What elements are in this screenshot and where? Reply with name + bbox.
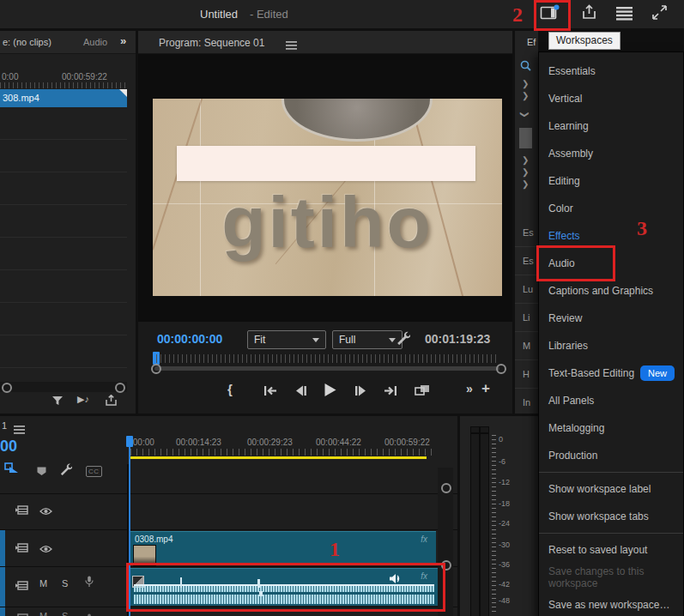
mini-ruler-ticks[interactable] [0, 82, 127, 88]
timeline-playhead-line[interactable] [129, 447, 130, 616]
tab-truncated[interactable]: Es [515, 247, 538, 275]
panel-menu-icon[interactable] [14, 422, 25, 438]
search-icon[interactable] [520, 59, 531, 75]
menu-item-text-based-editing[interactable]: Text-Based Editing New [539, 359, 683, 387]
source-patch-icon[interactable] [15, 503, 28, 518]
bin-chevron-icon[interactable]: ❯ [522, 91, 529, 100]
tab-program-sequence[interactable]: Program: Sequence 01 [159, 37, 264, 49]
fullscreen-button[interactable] [648, 3, 670, 24]
scrollbar-right-handle[interactable] [115, 383, 125, 393]
button-editor-plus[interactable]: + [481, 380, 490, 397]
panel-menu-icon[interactable] [286, 38, 297, 53]
menu-item-essentials[interactable]: Essentials [539, 57, 683, 85]
more-controls-chevron[interactable]: » [466, 382, 473, 396]
playback-resolution-select[interactable]: Full [332, 330, 403, 349]
timeline-playhead-head[interactable] [126, 436, 133, 447]
audio-clip-waveform[interactable]: fx [130, 568, 438, 606]
vertical-scrollbar-thumb[interactable] [519, 128, 532, 148]
source-patch-icon[interactable] [15, 611, 28, 616]
horizontal-scrollbar[interactable] [0, 382, 127, 392]
video-clip-0308[interactable]: 0308.mp4 fx [130, 531, 436, 565]
menu-item-effects[interactable]: Effects [539, 222, 683, 250]
play-button[interactable] [324, 383, 337, 401]
timeline-timecode-truncated[interactable]: 00 [0, 438, 17, 456]
bin-chevron-icon[interactable]: ❯ [522, 167, 529, 177]
settings-wrench-button[interactable] [396, 330, 410, 348]
export-clip-button[interactable] [105, 394, 118, 409]
menu-item-review[interactable]: Review [539, 305, 683, 332]
tab-truncated[interactable]: Li [515, 304, 538, 332]
scrubber-right-handle[interactable] [496, 364, 506, 374]
scrubber-left-handle[interactable] [151, 364, 161, 374]
menu-item-reset-to-saved-layout[interactable]: Reset to saved layout [539, 536, 683, 564]
source-patch-icon[interactable] [15, 578, 28, 594]
tab-sequence-truncated[interactable]: 1 [2, 420, 7, 431]
scrollbar-top-handle[interactable] [441, 483, 451, 493]
bin-chevron-icon[interactable]: ❯ [522, 155, 529, 165]
panel-overflow-chevron[interactable]: » [120, 34, 126, 47]
program-scrollbar[interactable] [154, 366, 499, 371]
tab-audio[interactable]: Audio [83, 37, 107, 47]
current-timecode[interactable]: 00:00:00:00 [157, 332, 222, 346]
tab-truncated[interactable]: H [515, 360, 538, 389]
zoom-level-select[interactable]: Fit [247, 330, 326, 349]
track-target-a1[interactable] [0, 567, 5, 607]
solo-track-button[interactable]: S [62, 578, 68, 589]
toggle-track-output-eye-icon[interactable] [39, 541, 52, 557]
menu-item-show-workspace-label[interactable]: Show workspace label [539, 475, 683, 503]
step-back-button[interactable] [295, 384, 307, 400]
menu-item-vertical[interactable]: Vertical [539, 85, 683, 112]
tab-truncated[interactable]: In [515, 389, 538, 417]
goto-in-button[interactable] [263, 384, 277, 400]
menu-item-production[interactable]: Production [539, 442, 683, 469]
tab-truncated[interactable]: M [515, 332, 538, 360]
snap-toggle-icon[interactable] [4, 462, 20, 479]
menu-item-show-workspace-tabs[interactable]: Show workspace tabs [539, 503, 683, 530]
timeline-ruler-ticks[interactable] [130, 449, 436, 456]
goto-out-button[interactable] [384, 384, 397, 400]
program-scrubber-ticks[interactable] [156, 354, 499, 363]
tab-effects-truncated[interactable]: Ef [527, 37, 536, 47]
export-frame-button[interactable] [415, 384, 430, 400]
source-patch-icon[interactable] [15, 541, 28, 556]
solo-track-button[interactable]: S [62, 611, 68, 616]
stacked-panels-button[interactable] [613, 4, 635, 25]
bin-chevron-icon[interactable]: ❯ [522, 79, 529, 88]
tab-truncated[interactable]: Lu [515, 275, 538, 304]
bin-chevron-icon[interactable]: ❯ [522, 179, 529, 189]
menu-item-save-as-new-workspace[interactable]: Save as new workspace… [539, 591, 683, 616]
play-audio-button[interactable]: ▶♪ [77, 394, 89, 405]
step-forward-button[interactable] [354, 384, 366, 400]
timeline-settings-wrench-icon[interactable] [59, 462, 72, 479]
menu-item-color[interactable]: Color [539, 195, 683, 222]
menu-item-metalogging[interactable]: Metalogging [539, 414, 683, 442]
track-target-v1[interactable] [0, 530, 5, 566]
timeline-vertical-scrollbar[interactable] [438, 468, 453, 616]
voiceover-mic-icon[interactable] [85, 576, 94, 591]
toggle-track-output-eye-icon[interactable] [39, 504, 52, 519]
tab-source-no-clips[interactable]: e: (no clips) [3, 37, 51, 47]
filter-button[interactable] [51, 395, 64, 410]
workspaces-button[interactable] [538, 3, 560, 24]
export-button[interactable] [578, 3, 600, 24]
scrollbar-bottom-handle[interactable] [441, 560, 451, 571]
tab-truncated[interactable]: Es [515, 219, 538, 247]
menu-item-libraries[interactable]: Libraries [539, 332, 683, 359]
menu-item-captions-and-graphics[interactable]: Captions and Graphics [539, 277, 683, 305]
voiceover-mic-icon[interactable] [85, 610, 94, 616]
captions-toggle[interactable]: CC [86, 466, 102, 477]
document-edited-status: - Edited [250, 8, 288, 21]
selected-clip-row[interactable]: 308.mp4 [0, 89, 127, 107]
menu-item-all-panels[interactable]: All Panels [539, 387, 683, 414]
menu-item-audio[interactable]: Audio [539, 250, 683, 277]
mute-track-button[interactable]: M [39, 578, 47, 589]
menu-item-assembly[interactable]: Assembly [539, 140, 683, 167]
scrollbar-left-handle[interactable] [2, 383, 12, 393]
mute-track-button[interactable]: M [39, 611, 47, 616]
track-target-a2[interactable] [0, 607, 5, 616]
bin-chevron-open-icon[interactable]: ❯ [520, 111, 530, 118]
add-marker-icon[interactable]: { [227, 382, 233, 396]
menu-item-editing[interactable]: Editing [539, 167, 683, 195]
marker-shield-icon[interactable] [36, 464, 47, 480]
menu-item-learning[interactable]: Learning [539, 112, 683, 140]
